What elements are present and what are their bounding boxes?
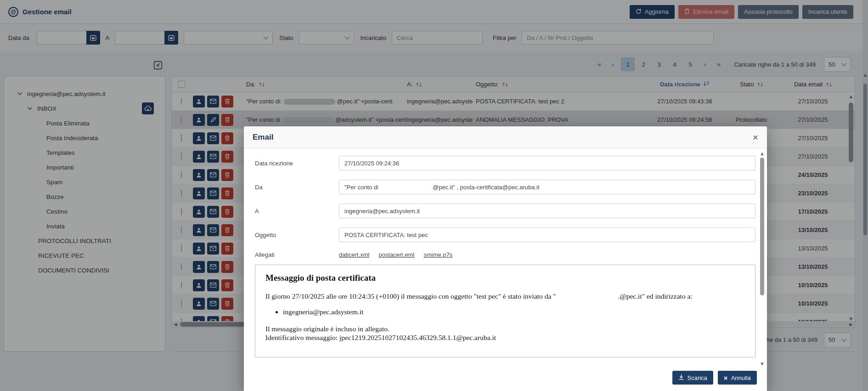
a-field-label: A <box>255 208 339 215</box>
ricezione-field-label: Data ricezione <box>255 160 339 167</box>
close-icon: × <box>724 374 728 382</box>
attachment-link-smime.p7s[interactable]: smime.p7s <box>424 251 453 258</box>
certified-message-box: Messaggio di posta certificata Il giorno… <box>255 265 755 357</box>
modal-footer: Scarica × Annulla <box>672 371 757 385</box>
oggetto-field-input[interactable] <box>339 227 755 242</box>
attachment-list: daticert.xmlpostacert.emlsmime.p7s <box>339 251 755 258</box>
allegati-field-label: Allegati <box>255 251 339 258</box>
da-field-label: Da <box>255 184 339 191</box>
message-recipient: ingegneria@pec.adsystem.it <box>283 308 745 316</box>
modal-header: Email × <box>244 126 767 148</box>
redacted-gap <box>378 185 433 189</box>
download-icon <box>678 374 684 381</box>
email-modal: Email × Data ricezione Da "Per conto di … <box>244 126 767 391</box>
scroll-down-icon[interactable]: ▼ <box>760 362 765 366</box>
ricezione-field-input[interactable] <box>339 156 755 170</box>
da-field-input[interactable]: "Per conto di @pec.it" , posta-certifica… <box>339 180 755 194</box>
download-button[interactable]: Scarica <box>672 371 713 385</box>
a-field-input[interactable] <box>339 204 755 218</box>
scroll-up-icon[interactable]: ▲ <box>760 151 765 156</box>
message-note: Il messaggio originale è incluso in alle… <box>265 324 745 333</box>
message-id: Identificativo messaggio: jpec1219.20251… <box>265 333 745 342</box>
message-heading: Messaggio di posta certificata <box>265 273 745 283</box>
attachment-link-postacert.eml[interactable]: postacert.eml <box>378 251 414 258</box>
oggetto-field-label: Oggetto <box>255 232 339 238</box>
modal-scrollbar[interactable]: ▲ ▼ <box>760 151 765 366</box>
redacted-gap <box>556 294 618 299</box>
cancel-button[interactable]: × Annulla <box>718 371 757 385</box>
message-body-line: Il giorno 27/10/2025 alle ore 10:24:35 (… <box>265 292 745 300</box>
modal-title: Email <box>253 133 273 142</box>
modal-body: Data ricezione Da "Per conto di @pec.it"… <box>244 148 767 391</box>
close-icon[interactable]: × <box>753 132 758 142</box>
scrollbar-thumb[interactable] <box>760 158 764 295</box>
attachment-link-daticert.xml[interactable]: daticert.xml <box>339 251 369 258</box>
